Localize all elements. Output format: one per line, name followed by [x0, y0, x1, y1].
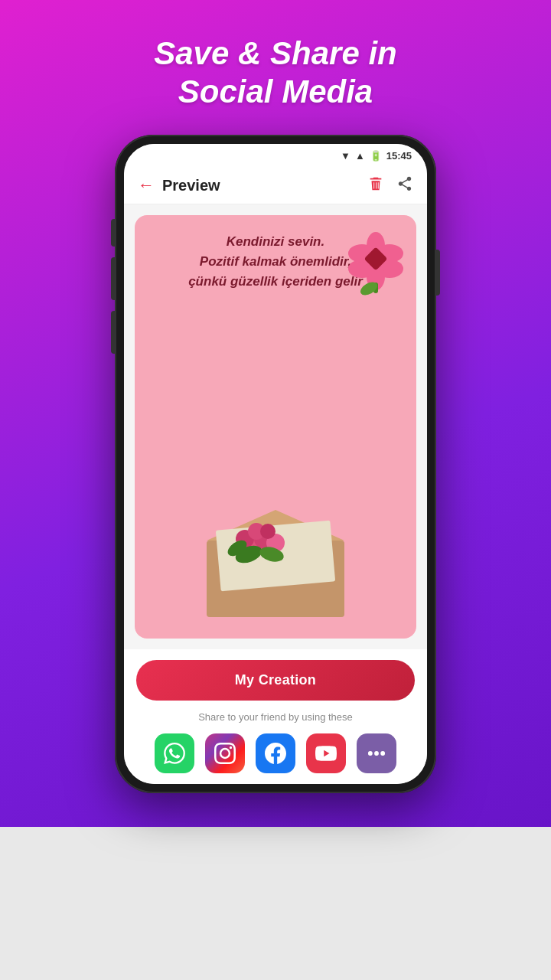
share-button[interactable]: [396, 175, 413, 196]
back-button[interactable]: ←: [138, 175, 155, 195]
flower-sticker: [347, 230, 405, 296]
social-icons-row: [155, 733, 396, 773]
youtube-button[interactable]: [306, 733, 346, 773]
wifi-icon: ▼: [341, 150, 350, 162]
share-hint-text: Share to your friend by using these: [198, 711, 353, 723]
instagram-button[interactable]: [205, 733, 245, 773]
svg-point-23: [380, 751, 385, 756]
more-button[interactable]: [357, 733, 396, 773]
status-bar: ▼ ▲ 🔋 15:45: [124, 144, 427, 168]
app-bar-title: Preview: [162, 177, 220, 194]
card-text: Kendinizi sevin. Pozitif kalmak önemlidi…: [188, 232, 363, 292]
page-header-title: Save & Share in Social Media: [154, 34, 396, 112]
bottom-section: My Creation Share to your friend by usin…: [124, 649, 427, 784]
svg-point-22: [374, 751, 379, 756]
app-bar: ← Preview: [124, 168, 427, 204]
greeting-card-container: Kendinizi sevin. Pozitif kalmak önemlidi…: [135, 215, 416, 639]
phone-screen: ▼ ▲ 🔋 15:45 ← Preview: [124, 144, 427, 784]
time-display: 15:45: [386, 150, 412, 162]
facebook-button[interactable]: [256, 733, 295, 773]
phone-mockup: ▼ ▲ 🔋 15:45 ← Preview: [115, 135, 436, 793]
delete-button[interactable]: [367, 175, 384, 196]
envelope-illustration: [148, 302, 403, 625]
whatsapp-button[interactable]: [155, 733, 194, 773]
greeting-card: Kendinizi sevin. Pozitif kalmak önemlidi…: [135, 215, 416, 639]
signal-icon: ▲: [355, 150, 365, 162]
svg-point-17: [260, 524, 276, 539]
svg-point-21: [368, 751, 373, 756]
battery-icon: 🔋: [370, 150, 382, 162]
my-creation-button[interactable]: My Creation: [136, 660, 415, 701]
